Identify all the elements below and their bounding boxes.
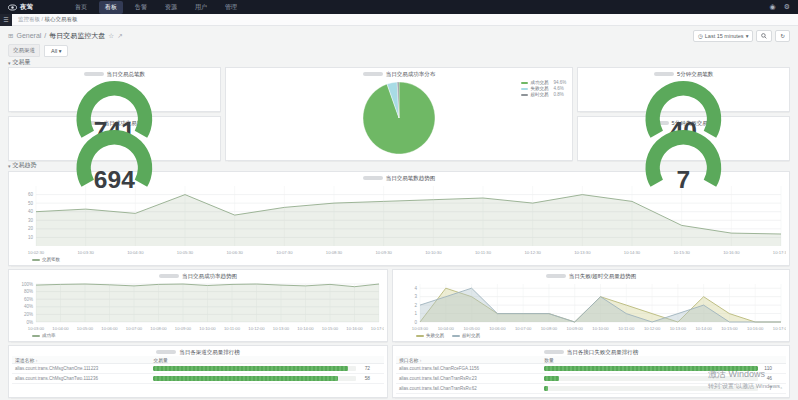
table-row[interactable]: alias.count.trans.ChMsgChanTwo.11123658 <box>12 374 384 384</box>
chevron-down-icon: ▾ <box>746 33 749 39</box>
panel-table-channel-ranking[interactable]: 当日各渠道交易量排行榜 渠道名称 ↕ 交易量 alias.count.trans… <box>8 345 388 398</box>
metric-name: alias.count.trans.ChMsgChanOne.111223 <box>12 366 153 371</box>
collapse-caret-icon: ▾ <box>8 60 11 66</box>
svg-text:20: 20 <box>28 226 34 231</box>
panel-fail-trend[interactable]: 当日失败/超时交易量趋势图 0123410:03:0010:04:0010:05… <box>392 269 790 342</box>
svg-text:0%: 0% <box>26 320 33 325</box>
legend-color-dash <box>32 259 40 261</box>
nav-item-alerts[interactable]: 告警 <box>129 1 153 14</box>
table-body: alias.count.trans.ChMsgChanOne.11122372a… <box>12 364 384 384</box>
collapse-caret-icon: ▾ <box>8 163 11 169</box>
svg-text:2: 2 <box>415 303 418 308</box>
nav-item-dashboards[interactable]: 看板 <box>99 1 123 14</box>
svg-text:10:05:00: 10:05:00 <box>77 326 94 331</box>
svg-text:10:10:30: 10:10:30 <box>425 250 442 255</box>
title-chip <box>159 274 179 278</box>
svg-text:10:17:00: 10:17:00 <box>371 326 384 331</box>
svg-text:10:14:30: 10:14:30 <box>624 250 641 255</box>
watermark-line2: 转到“设置”以激活 Windows。 <box>708 382 786 391</box>
settings-gear-icon[interactable]: ⚙ <box>784 3 790 11</box>
legend-value: 4.6% <box>554 86 564 91</box>
svg-text:10:09:30: 10:09:30 <box>376 250 393 255</box>
sidebar-toggle-icon[interactable]: ☰ <box>0 14 12 26</box>
breadcrumb-separator: / <box>42 16 44 22</box>
legend-color-dash <box>452 335 460 337</box>
column-header-value[interactable]: 数量 <box>544 357 786 363</box>
windows-activation-watermark: 激活 Windows 转到“设置”以激活 Windows。 <box>708 368 786 391</box>
legend-item[interactable]: 失败交易 <box>416 333 444 338</box>
panel-gauge-total[interactable]: 当日交易总笔数 741 <box>8 67 221 112</box>
sort-icon[interactable]: ↕ <box>36 358 38 363</box>
template-variables: 交易渠道 All ▾ <box>8 43 790 58</box>
panel-gauge-5min[interactable]: 5分钟交易笔数 40 <box>577 67 790 112</box>
svg-text:10:12:00: 10:12:00 <box>644 326 661 331</box>
table-row[interactable]: alias.count.trans.ChMsgChanOne.11122372 <box>12 364 384 374</box>
time-range-label: Last 15 minutes <box>705 33 744 39</box>
nav-menu: 首页 看板 告警 资源 用户 管理 <box>69 1 770 14</box>
bar-track <box>153 376 356 381</box>
bar-fill <box>153 366 348 371</box>
svg-text:10: 10 <box>28 235 34 240</box>
panel-title: 当日各渠道交易量排行榜 <box>179 349 240 356</box>
svg-text:10:14:00: 10:14:00 <box>696 326 713 331</box>
variable-select[interactable]: All ▾ <box>44 45 68 57</box>
svg-text:10:12:00: 10:12:00 <box>248 326 265 331</box>
top-navbar: 夜莺 首页 看板 告警 资源 用户 管理 ◉ ⚙ <box>0 0 798 14</box>
breadcrumb[interactable]: 监控看板 / 核心交易看板 <box>18 16 78 23</box>
chart-legend: 失败交易超时交易 <box>396 332 786 339</box>
legend-item[interactable]: 交易笔数 <box>32 257 60 262</box>
breadcrumb-current: 核心交易看板 <box>45 16 78 22</box>
column-header-name[interactable]: 接口名称 ↕ <box>396 357 544 363</box>
legend-item[interactable]: 超时交易 <box>452 333 480 338</box>
fail-trend-chart[interactable]: 0123410:03:0010:04:0010:05:0010:06:0010:… <box>396 280 786 332</box>
share-icon[interactable]: ↗ <box>117 32 122 40</box>
breadcrumb-root[interactable]: 监控看板 <box>18 16 40 22</box>
row-header-volume[interactable]: ▾ 交易量 <box>8 58 790 67</box>
title-chip <box>544 350 564 354</box>
brand[interactable]: 夜莺 <box>8 3 33 12</box>
bar-fill <box>544 386 548 391</box>
svg-text:10:07:00: 10:07:00 <box>515 326 532 331</box>
column-header-name[interactable]: 渠道名称 ↕ <box>12 357 153 363</box>
chart-canvas[interactable]: 0%20%40%60%80%100%10:03:0010:04:0010:05:… <box>12 280 384 332</box>
success-rate-chart[interactable]: 0%20%40%60%80%100%10:03:0010:04:0010:05:… <box>12 280 384 332</box>
svg-text:20%: 20% <box>24 312 33 317</box>
panel-title: 当日交易成功率趋势图 <box>182 273 237 280</box>
refresh-button[interactable]: ↻ <box>775 30 790 42</box>
sort-icon[interactable]: ↕ <box>420 358 422 363</box>
svg-text:40: 40 <box>28 209 34 214</box>
user-icon[interactable]: ◉ <box>770 3 776 11</box>
column-header-value[interactable]: 交易量 <box>153 357 384 363</box>
svg-text:50: 50 <box>28 201 34 206</box>
nav-item-admin[interactable]: 管理 <box>219 1 243 14</box>
zoom-out-button[interactable] <box>756 30 772 42</box>
title-chip <box>156 350 176 354</box>
dashboard-page: 夜莺 首页 看板 告警 资源 用户 管理 ◉ ⚙ ☰ 监控看板 / 核心交易看板… <box>0 0 798 398</box>
table-header: 接口名称 ↕ 数量 <box>396 356 786 364</box>
pie-legend-item[interactable]: 超时交易0.8% <box>521 92 567 97</box>
svg-text:10:15:00: 10:15:00 <box>721 326 738 331</box>
nav-item-users[interactable]: 用户 <box>189 1 213 14</box>
folder-name[interactable]: General <box>16 32 41 39</box>
legend-item[interactable]: 成功率 <box>32 333 56 338</box>
svg-text:10:08:00: 10:08:00 <box>541 326 558 331</box>
nav-item-home[interactable]: 首页 <box>69 1 93 14</box>
chart-canvas[interactable]: 0123410:03:0010:04:0010:05:0010:06:0010:… <box>396 280 786 332</box>
variable-value: All <box>51 48 57 54</box>
svg-text:10:16:30: 10:16:30 <box>723 250 740 255</box>
nav-item-resources[interactable]: 资源 <box>159 1 183 14</box>
panel-success-rate-trend[interactable]: 当日交易成功率趋势图 0%20%40%60%80%100%10:03:0010:… <box>8 269 388 342</box>
svg-text:10:06:00: 10:06:00 <box>489 326 506 331</box>
legend-color-dash <box>416 335 424 337</box>
pie-legend-item[interactable]: 成功交易94.6% <box>521 80 567 85</box>
svg-text:10:13:30: 10:13:30 <box>574 250 591 255</box>
svg-text:10:06:00: 10:06:00 <box>101 326 118 331</box>
refresh-icon: ↻ <box>780 33 785 39</box>
time-range-picker[interactable]: ◷ Last 15 minutes ▾ <box>693 30 753 42</box>
panel-pie-success-rate[interactable]: 当日交易成功率分布 成功交易94.6%失败交易4.6%超时交易0.8% <box>225 67 574 161</box>
favorite-star-icon[interactable]: ☆ <box>108 32 114 40</box>
pie-chart[interactable] <box>229 78 570 158</box>
pie-legend-item[interactable]: 失败交易4.6% <box>521 86 567 91</box>
legend-value: 0.8% <box>554 92 564 97</box>
table-header: 渠道名称 ↕ 交易量 <box>12 356 384 364</box>
